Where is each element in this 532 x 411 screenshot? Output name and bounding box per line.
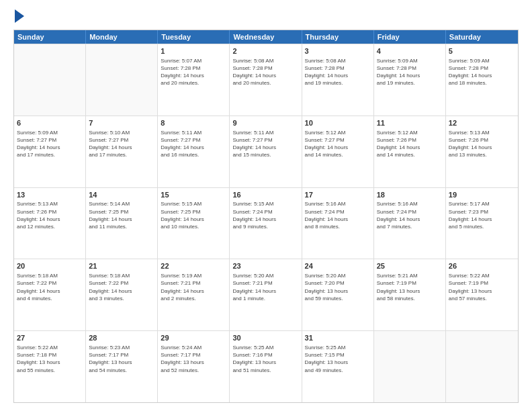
day-number: 14: [89, 190, 154, 200]
calendar-row-2: 6Sunrise: 5:09 AM Sunset: 7:27 PM Daylig…: [14, 116, 518, 187]
day-info: Sunrise: 5:20 AM Sunset: 7:21 PM Dayligh…: [232, 272, 298, 302]
calendar-cell: 28Sunrise: 5:23 AM Sunset: 7:17 PM Dayli…: [86, 331, 158, 402]
day-info: Sunrise: 5:20 AM Sunset: 7:20 PM Dayligh…: [305, 272, 371, 302]
weekday-header-saturday: Saturday: [446, 30, 518, 44]
calendar-cell: 20Sunrise: 5:18 AM Sunset: 7:22 PM Dayli…: [14, 259, 86, 330]
day-info: Sunrise: 5:22 AM Sunset: 7:19 PM Dayligh…: [449, 272, 515, 302]
day-number: 6: [17, 118, 83, 128]
calendar-row-5: 27Sunrise: 5:22 AM Sunset: 7:18 PM Dayli…: [14, 330, 518, 402]
calendar-cell: 11Sunrise: 5:12 AM Sunset: 7:26 PM Dayli…: [374, 116, 446, 187]
day-info: Sunrise: 5:15 AM Sunset: 7:25 PM Dayligh…: [161, 200, 226, 230]
calendar-cell: 24Sunrise: 5:20 AM Sunset: 7:20 PM Dayli…: [302, 259, 374, 330]
day-info: Sunrise: 5:15 AM Sunset: 7:24 PM Dayligh…: [232, 200, 298, 230]
day-info: Sunrise: 5:18 AM Sunset: 7:22 PM Dayligh…: [89, 272, 154, 302]
day-number: 7: [89, 118, 154, 128]
day-info: Sunrise: 5:09 AM Sunset: 7:28 PM Dayligh…: [377, 57, 443, 87]
calendar-cell: 18Sunrise: 5:16 AM Sunset: 7:24 PM Dayli…: [374, 188, 446, 259]
day-number: 1: [161, 46, 226, 56]
calendar-cell: 8Sunrise: 5:11 AM Sunset: 7:27 PM Daylig…: [158, 116, 230, 187]
day-info: Sunrise: 5:23 AM Sunset: 7:17 PM Dayligh…: [89, 344, 154, 374]
day-number: 10: [305, 118, 371, 128]
day-number: 20: [17, 261, 83, 271]
day-info: Sunrise: 5:09 AM Sunset: 7:28 PM Dayligh…: [449, 57, 515, 87]
day-info: Sunrise: 5:17 AM Sunset: 7:23 PM Dayligh…: [449, 200, 515, 230]
calendar-cell: 21Sunrise: 5:18 AM Sunset: 7:22 PM Dayli…: [86, 259, 158, 330]
day-info: Sunrise: 5:24 AM Sunset: 7:17 PM Dayligh…: [161, 344, 226, 374]
day-info: Sunrise: 5:19 AM Sunset: 7:21 PM Dayligh…: [161, 272, 226, 302]
day-info: Sunrise: 5:16 AM Sunset: 7:24 PM Dayligh…: [305, 200, 371, 230]
day-info: Sunrise: 5:11 AM Sunset: 7:27 PM Dayligh…: [232, 129, 298, 159]
day-info: Sunrise: 5:10 AM Sunset: 7:27 PM Dayligh…: [89, 129, 154, 159]
calendar-row-4: 20Sunrise: 5:18 AM Sunset: 7:22 PM Dayli…: [14, 259, 518, 330]
calendar-cell: 4Sunrise: 5:09 AM Sunset: 7:28 PM Daylig…: [374, 44, 446, 116]
day-number: 31: [305, 333, 371, 343]
day-number: 12: [449, 118, 515, 128]
logo-arrow-icon: [15, 9, 24, 23]
calendar-cell: [14, 44, 86, 116]
day-number: 29: [161, 333, 226, 343]
calendar-row-3: 13Sunrise: 5:13 AM Sunset: 7:26 PM Dayli…: [14, 187, 518, 259]
calendar-cell: 15Sunrise: 5:15 AM Sunset: 7:25 PM Dayli…: [158, 188, 230, 259]
calendar-cell: 10Sunrise: 5:12 AM Sunset: 7:27 PM Dayli…: [302, 116, 374, 187]
day-info: Sunrise: 5:12 AM Sunset: 7:27 PM Dayligh…: [305, 129, 371, 159]
day-info: Sunrise: 5:25 AM Sunset: 7:15 PM Dayligh…: [305, 344, 371, 374]
calendar-cell: [446, 331, 518, 402]
day-number: 9: [232, 118, 298, 128]
day-info: Sunrise: 5:12 AM Sunset: 7:26 PM Dayligh…: [377, 129, 443, 159]
weekday-header-monday: Monday: [86, 30, 158, 44]
calendar-cell: 12Sunrise: 5:13 AM Sunset: 7:26 PM Dayli…: [446, 116, 518, 187]
day-number: 22: [161, 261, 226, 271]
calendar: SundayMondayTuesdayWednesdayThursdayFrid…: [13, 30, 519, 403]
day-info: Sunrise: 5:13 AM Sunset: 7:26 PM Dayligh…: [17, 200, 83, 230]
day-info: Sunrise: 5:18 AM Sunset: 7:22 PM Dayligh…: [17, 272, 83, 302]
day-number: 27: [17, 333, 83, 343]
calendar-header: SundayMondayTuesdayWednesdayThursdayFrid…: [14, 30, 518, 44]
weekday-header-sunday: Sunday: [14, 30, 86, 44]
calendar-cell: [374, 331, 446, 402]
calendar-cell: 3Sunrise: 5:08 AM Sunset: 7:28 PM Daylig…: [302, 44, 374, 116]
day-number: 19: [449, 190, 515, 200]
page: SundayMondayTuesdayWednesdayThursdayFrid…: [0, 0, 532, 411]
calendar-cell: 7Sunrise: 5:10 AM Sunset: 7:27 PM Daylig…: [86, 116, 158, 187]
day-info: Sunrise: 5:25 AM Sunset: 7:16 PM Dayligh…: [232, 344, 298, 374]
day-number: 5: [449, 46, 515, 56]
calendar-cell: 9Sunrise: 5:11 AM Sunset: 7:27 PM Daylig…: [230, 116, 302, 187]
calendar-cell: 13Sunrise: 5:13 AM Sunset: 7:26 PM Dayli…: [14, 188, 86, 259]
day-number: 11: [377, 118, 443, 128]
weekday-header-thursday: Thursday: [302, 30, 374, 44]
day-number: 8: [161, 118, 226, 128]
day-number: 30: [232, 333, 298, 343]
day-info: Sunrise: 5:09 AM Sunset: 7:27 PM Dayligh…: [17, 129, 83, 159]
day-number: 17: [305, 190, 371, 200]
day-number: 16: [232, 190, 298, 200]
calendar-cell: 22Sunrise: 5:19 AM Sunset: 7:21 PM Dayli…: [158, 259, 230, 330]
calendar-cell: 5Sunrise: 5:09 AM Sunset: 7:28 PM Daylig…: [446, 44, 518, 116]
day-number: 24: [305, 261, 371, 271]
calendar-cell: 14Sunrise: 5:14 AM Sunset: 7:25 PM Dayli…: [86, 188, 158, 259]
weekday-header-tuesday: Tuesday: [158, 30, 230, 44]
logo: [13, 11, 24, 23]
day-number: 21: [89, 261, 154, 271]
calendar-cell: 26Sunrise: 5:22 AM Sunset: 7:19 PM Dayli…: [446, 259, 518, 330]
calendar-cell: [86, 44, 158, 116]
day-number: 4: [377, 46, 443, 56]
calendar-body: 1Sunrise: 5:07 AM Sunset: 7:28 PM Daylig…: [14, 44, 518, 402]
day-number: 23: [232, 261, 298, 271]
day-number: 28: [89, 333, 154, 343]
day-number: 3: [305, 46, 371, 56]
calendar-cell: 6Sunrise: 5:09 AM Sunset: 7:27 PM Daylig…: [14, 116, 86, 187]
calendar-cell: 27Sunrise: 5:22 AM Sunset: 7:18 PM Dayli…: [14, 331, 86, 402]
day-info: Sunrise: 5:16 AM Sunset: 7:24 PM Dayligh…: [377, 200, 443, 230]
calendar-cell: 31Sunrise: 5:25 AM Sunset: 7:15 PM Dayli…: [302, 331, 374, 402]
calendar-cell: 17Sunrise: 5:16 AM Sunset: 7:24 PM Dayli…: [302, 188, 374, 259]
day-number: 15: [161, 190, 226, 200]
day-number: 2: [232, 46, 298, 56]
day-number: 25: [377, 261, 443, 271]
day-info: Sunrise: 5:13 AM Sunset: 7:26 PM Dayligh…: [449, 129, 515, 159]
day-info: Sunrise: 5:22 AM Sunset: 7:18 PM Dayligh…: [17, 344, 83, 374]
day-info: Sunrise: 5:21 AM Sunset: 7:19 PM Dayligh…: [377, 272, 443, 302]
day-info: Sunrise: 5:08 AM Sunset: 7:28 PM Dayligh…: [305, 57, 371, 87]
day-number: 18: [377, 190, 443, 200]
calendar-cell: 25Sunrise: 5:21 AM Sunset: 7:19 PM Dayli…: [374, 259, 446, 330]
calendar-cell: 1Sunrise: 5:07 AM Sunset: 7:28 PM Daylig…: [158, 44, 230, 116]
